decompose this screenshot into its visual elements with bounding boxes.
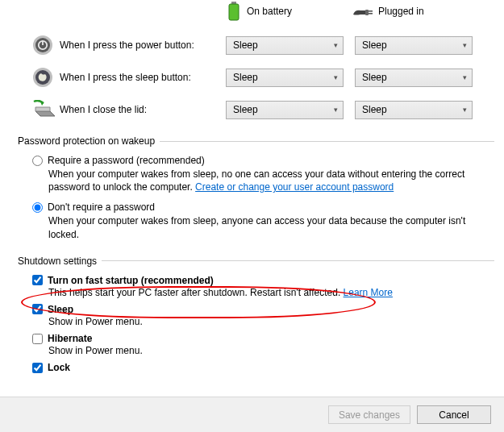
- sleep-button-battery-select[interactable]: Sleep ▾: [226, 69, 344, 87]
- lock-checkbox[interactable]: [32, 363, 43, 373]
- shutdown-section-title: Shutdown settings: [0, 255, 504, 267]
- power-button-battery-select[interactable]: Sleep ▾: [226, 36, 344, 55]
- plugged-label: Plugged in: [378, 6, 424, 17]
- fast-startup-checkbox[interactable]: [32, 275, 43, 285]
- fast-startup-desc: This helps start your PC faster after sh…: [32, 286, 480, 299]
- chevron-down-icon: ▾: [463, 41, 467, 49]
- cancel-button[interactable]: Cancel: [417, 405, 491, 424]
- plugged-header: Plugged in: [351, 2, 476, 21]
- close-lid-battery-select[interactable]: Sleep ▾: [226, 101, 344, 119]
- chevron-down-icon: ▾: [334, 73, 338, 81]
- column-headers: On battery Plugged in: [0, 0, 504, 21]
- footer-bar: Save changes Cancel: [0, 397, 504, 432]
- close-lid-label: When I close the lid:: [60, 104, 226, 115]
- lock-checkbox-label[interactable]: Lock: [48, 362, 70, 373]
- save-changes-button[interactable]: Save changes: [328, 405, 410, 424]
- plug-icon: [351, 3, 373, 19]
- hibernate-checkbox-desc: Show in Power menu.: [32, 344, 480, 357]
- chevron-down-icon: ▾: [334, 41, 338, 49]
- sleep-button-label: When I press the sleep button:: [60, 72, 226, 83]
- svg-rect-1: [229, 4, 239, 20]
- fast-startup-label[interactable]: Turn on fast startup (recommended): [48, 275, 214, 286]
- learn-more-link[interactable]: Learn More: [344, 287, 393, 298]
- sleep-button-plugged-select[interactable]: Sleep ▾: [355, 69, 473, 87]
- laptop-lid-icon: [32, 100, 56, 119]
- chevron-down-icon: ▾: [463, 106, 467, 114]
- password-section-title: Password protection on wakeup: [0, 135, 504, 147]
- hibernate-checkbox[interactable]: [32, 334, 43, 344]
- sleep-button-icon: [32, 67, 53, 88]
- svg-marker-14: [35, 107, 50, 111]
- dont-require-password-desc: When your computer wakes from sleep, any…: [32, 213, 468, 240]
- require-password-radio[interactable]: [32, 156, 43, 166]
- svg-rect-3: [365, 10, 369, 15]
- battery-icon: [226, 2, 242, 21]
- dont-require-password-radio[interactable]: [32, 202, 43, 213]
- row-sleep-button: When I press the sleep button: Sleep ▾ S…: [0, 61, 504, 93]
- chevron-down-icon: ▾: [463, 73, 467, 81]
- require-password-desc: When your computer wakes from sleep, no …: [32, 166, 468, 193]
- sleep-checkbox-desc: Show in Power menu.: [32, 315, 480, 328]
- dont-require-password-label[interactable]: Don't require a password: [48, 201, 155, 213]
- row-power-button: When I press the power button: Sleep ▾ S…: [0, 29, 504, 61]
- chevron-down-icon: ▾: [334, 106, 338, 114]
- power-button-plugged-select[interactable]: Sleep ▾: [355, 36, 473, 55]
- svg-marker-13: [35, 111, 55, 116]
- create-password-link[interactable]: Create or change your user account passw…: [195, 181, 394, 193]
- sleep-checkbox-label[interactable]: Sleep: [48, 304, 73, 315]
- hibernate-checkbox-label[interactable]: Hibernate: [48, 333, 92, 344]
- svg-rect-5: [369, 13, 373, 15]
- sleep-checkbox[interactable]: [32, 304, 43, 314]
- power-button-label: When I press the power button:: [60, 39, 226, 51]
- battery-header: On battery: [226, 2, 351, 21]
- row-close-lid: When I close the lid: Sleep ▾ Sleep ▾: [0, 93, 504, 126]
- battery-label: On battery: [247, 6, 292, 17]
- svg-rect-4: [369, 10, 373, 12]
- require-password-label[interactable]: Require a password (recommended): [48, 155, 205, 166]
- power-button-icon: [32, 35, 53, 56]
- close-lid-plugged-select[interactable]: Sleep ▾: [355, 101, 473, 119]
